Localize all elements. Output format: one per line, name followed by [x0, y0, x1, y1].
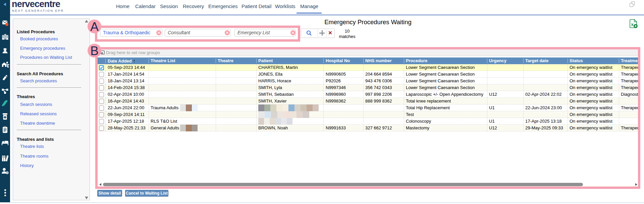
svg-text:x: x: [631, 22, 634, 27]
